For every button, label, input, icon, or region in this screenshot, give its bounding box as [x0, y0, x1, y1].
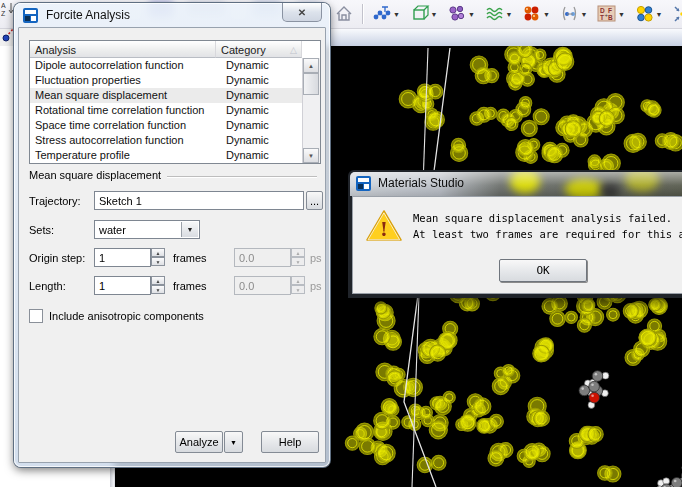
length-label: Length: — [29, 280, 66, 292]
close-icon[interactable]: ✕ — [282, 3, 322, 22]
analysis-category: Dynamic — [221, 133, 309, 148]
chevron-down-icon[interactable]: ▼ — [393, 11, 400, 18]
anisotropic-checkbox[interactable] — [29, 309, 43, 323]
svg-text:+: + — [605, 12, 609, 18]
analysis-name: Space time correlation function — [30, 118, 221, 133]
analysis-row[interactable]: Space time correlation functionDynamic — [30, 118, 320, 133]
materials-studio-icon — [23, 8, 38, 23]
analysis-row[interactable]: Stress autocorrelation functionDynamic — [30, 133, 320, 148]
section-label: Mean square displacement — [29, 169, 161, 181]
chevron-down-icon[interactable]: ▼ — [181, 222, 198, 237]
chevron-down-icon[interactable]: ▼ — [581, 11, 588, 18]
column-header-analysis[interactable]: Analysis — [30, 41, 216, 58]
dmol3-orbital-icon[interactable] — [635, 4, 655, 24]
materials-studio-icon — [356, 176, 371, 191]
analysis-name: Rotational time correlation function — [30, 103, 221, 118]
chevron-down-icon[interactable]: ▼ — [543, 11, 550, 18]
sketch-tool-icon[interactable] — [372, 4, 392, 24]
length-time-input: 0.0 — [234, 276, 291, 295]
length-unit: frames — [173, 280, 207, 292]
message-line2: At least two frames are required for thi… — [413, 226, 682, 242]
dftb-plus-icon[interactable]: DFTB+ — [597, 4, 617, 24]
analysis-category: Dynamic — [221, 73, 309, 88]
section-divider — [167, 176, 317, 177]
origin-step-label: Origin step: — [29, 252, 85, 264]
sketch-tool-group: ▼ — [372, 3, 400, 25]
amorphous-cell-icon[interactable] — [447, 4, 467, 24]
analysis-name: Temperature profile — [30, 148, 221, 163]
geometry-converge-icon[interactable] — [672, 4, 682, 24]
spin-down-icon: ▼ — [291, 285, 305, 294]
analyze-dropdown-icon[interactable]: ▼ — [224, 431, 243, 453]
chevron-down-icon[interactable]: ▼ — [431, 11, 438, 18]
bond-measure-icon[interactable] — [560, 4, 580, 24]
spin-up-icon[interactable]: ▲ — [151, 276, 165, 285]
analysis-row[interactable]: Temperature profileDynamic — [30, 148, 320, 163]
browse-button[interactable]: ... — [306, 191, 323, 210]
spin-down-icon: ▼ — [291, 257, 305, 266]
dialog-body: Analysis Category △ Dipole autocorrelati… — [18, 27, 326, 463]
home-icon[interactable] — [334, 4, 354, 28]
mesocite-waves-group: ▼ — [485, 3, 513, 25]
scroll-thumb[interactable] — [303, 73, 319, 95]
analysis-category: Dynamic — [221, 148, 309, 163]
bond-measure-group: ▼ — [560, 3, 588, 25]
forcite-spheres-icon[interactable] — [522, 4, 542, 24]
crystal-builder-icon[interactable] — [410, 4, 430, 24]
analysis-row[interactable]: Mean square displacementDynamic — [30, 88, 320, 103]
list-header: Analysis Category △ — [30, 41, 320, 58]
analysis-row[interactable]: Dipole autocorrelation functionDynamic — [30, 58, 320, 73]
mesocite-waves-icon[interactable] — [485, 4, 505, 24]
analysis-row[interactable]: Fluctuation propertiesDynamic — [30, 73, 320, 88]
forcite-spheres-group: ▼ — [522, 3, 550, 25]
svg-text:B: B — [608, 14, 613, 21]
length-time-unit: ps — [310, 280, 322, 292]
analysis-name: Fluctuation properties — [30, 73, 221, 88]
dialog-title: Materials Studio — [378, 176, 464, 190]
toolbar-separator — [362, 4, 364, 24]
analysis-category: Dynamic — [221, 58, 309, 73]
dialog-title: Forcite Analysis — [46, 8, 130, 22]
analysis-list-body: Dipole autocorrelation functionDynamicFl… — [30, 58, 320, 163]
origin-step-input[interactable]: 1 — [94, 248, 151, 267]
chevron-down-icon[interactable]: ▼ — [618, 11, 625, 18]
analysis-name: Dipole autocorrelation function — [30, 58, 221, 73]
scroll-down-icon[interactable]: ▼ — [303, 148, 319, 163]
chevron-down-icon[interactable]: ▼ — [656, 11, 663, 18]
analysis-row[interactable]: Rotational time correlation functionDyna… — [30, 103, 320, 118]
svg-text:T: T — [600, 14, 604, 21]
crystal-builder-group: ▼ — [410, 3, 438, 25]
origin-step-stepper[interactable]: ▲ ▼ — [151, 248, 166, 267]
spin-down-icon[interactable]: ▼ — [151, 285, 165, 294]
chevron-down-icon[interactable]: ▼ — [468, 11, 475, 18]
list-scrollbar[interactable]: ▲ ▼ — [302, 58, 320, 163]
analysis-name: Mean square displacement — [30, 88, 221, 103]
sets-combobox[interactable]: water ▼ — [94, 220, 200, 239]
column-header-category[interactable]: Category △ — [216, 41, 302, 58]
chevron-down-icon[interactable]: ▼ — [506, 11, 513, 18]
spin-down-icon[interactable]: ▼ — [151, 257, 165, 266]
message-text: Mean square displacement analysis failed… — [413, 210, 682, 242]
analyze-button[interactable]: Analyze — [175, 431, 223, 453]
length-time-stepper: ▲ ▼ — [291, 276, 306, 295]
ok-button[interactable]: OK — [499, 259, 587, 282]
trajectory-field[interactable]: Sketch 1 — [94, 191, 304, 210]
materials-studio-screen: AZ ▼▼▼▼▼▼DFTB+▼▼▼ Forcite Analysis ✕ Ana… — [0, 0, 682, 487]
origin-step-time-unit: ps — [310, 252, 322, 264]
length-stepper[interactable]: ▲ ▼ — [151, 276, 166, 295]
dialog-titlebar[interactable]: Forcite Analysis ✕ — [14, 3, 330, 27]
forcite-analysis-dialog: Forcite Analysis ✕ Analysis Category △ D… — [14, 3, 330, 467]
sort-az-icon[interactable]: AZ — [1, 1, 15, 21]
svg-text:Z: Z — [1, 10, 6, 17]
scroll-up-icon[interactable]: ▲ — [303, 58, 319, 73]
spin-up-icon[interactable]: ▲ — [151, 248, 165, 257]
help-button[interactable]: Help — [261, 431, 319, 453]
dialog-titlebar[interactable]: Materials Studio — [350, 172, 682, 196]
sort-ascending-icon: △ — [290, 45, 297, 55]
length-input[interactable]: 1 — [94, 276, 151, 295]
svg-text:F: F — [608, 7, 612, 14]
dftb-plus-group: DFTB+▼ — [597, 3, 625, 25]
geometry-converge-group: ▼ — [672, 3, 682, 25]
spin-up-icon: ▲ — [291, 248, 305, 257]
analysis-category: Dynamic — [221, 103, 309, 118]
